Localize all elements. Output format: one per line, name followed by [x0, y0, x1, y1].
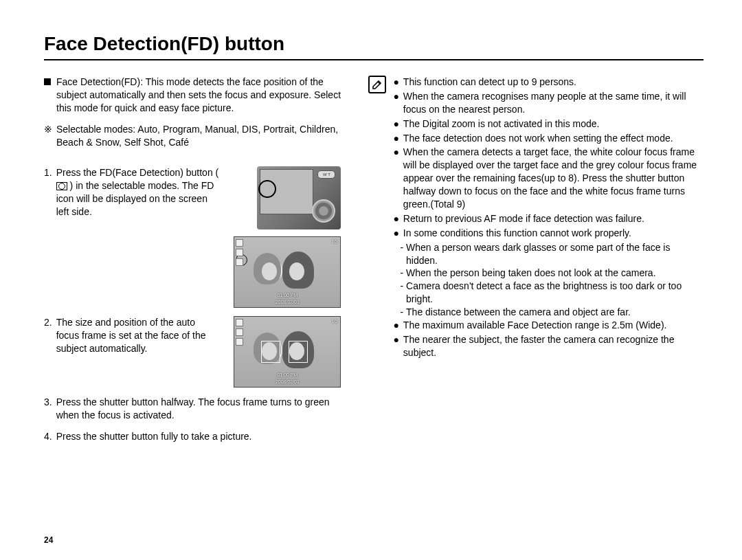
modes-label: Selectable modes: — [56, 124, 135, 135]
step-1b: ) in the selectable modes. The FD icon w… — [56, 180, 214, 217]
right-column: ●This function can detect up to 9 person… — [368, 76, 704, 451]
note-7: In some conditions this function cannot … — [403, 227, 631, 240]
step-1-text: 1. Press the FD(Face Detection) button (… — [44, 166, 220, 219]
step-3-body: Press the shutter button halfway. The fo… — [56, 396, 341, 422]
page-title: Face Detection(FD) button — [44, 33, 704, 60]
figure-lcd-fd-icon: 10 01:00 PM 2008/02/01 — [234, 236, 341, 308]
note-pencil-icon — [368, 76, 386, 93]
note-5: When the camera detects a target face, t… — [403, 146, 704, 210]
step-2-body: The size and position of the auto focus … — [56, 316, 221, 355]
note-list: ●This function can detect up to 9 person… — [393, 76, 704, 361]
zoom-rocker-icon: W T — [317, 170, 335, 179]
note-7a: When a person wears dark glasses or some… — [406, 241, 704, 267]
step-1-marker: 1. — [44, 166, 52, 219]
note-6: Return to previous AF mode if face detec… — [403, 212, 644, 225]
step-1a: Press the FD(Face Detection) button ( — [56, 167, 219, 178]
intro-label: Face Detection(FD): — [56, 76, 143, 87]
note-4: The face detection does not work when se… — [403, 132, 673, 145]
note-2: When the camera recognises many people a… — [403, 90, 704, 116]
face-detection-icon — [56, 182, 67, 190]
step-3-row: 3. Press the shutter button halfway. The… — [44, 396, 341, 422]
reference-mark-icon: ※ — [44, 123, 52, 149]
step-4-marker: 4. — [44, 430, 52, 443]
modes-text: Selectable modes: Auto, Program, Manual,… — [56, 123, 341, 149]
note-1: This function can detect up to 9 persons… — [403, 76, 576, 89]
step-4-body: Press the shutter button fully to take a… — [56, 430, 252, 443]
step-2-marker: 2. — [44, 316, 52, 355]
note-7b: When the person being taken does not loo… — [406, 267, 655, 280]
step-2-row: 2. The size and position of the auto foc… — [44, 316, 341, 388]
intro-text: Face Detection(FD): This mode detects th… — [56, 76, 341, 115]
note-8: The maximum available Face Detection ran… — [403, 319, 667, 332]
square-bullet-icon — [44, 78, 51, 85]
left-column: Face Detection(FD): This mode detects th… — [44, 76, 341, 451]
note-7c: Camera doesn't detect a face as the brig… — [406, 280, 704, 306]
step-1-row: 1. Press the FD(Face Detection) button (… — [44, 166, 341, 308]
note-7d: The distance between the camera and obje… — [406, 306, 631, 319]
intro-paragraph: Face Detection(FD): This mode detects th… — [44, 76, 341, 115]
note-9: The nearer the subject, the faster the c… — [403, 333, 704, 359]
figure-camera-back: W T — [257, 166, 341, 229]
figure-lcd-face-boxes: 10 01:00 PM 2008/02/01 — [234, 316, 341, 388]
step-3-marker: 3. — [44, 396, 52, 422]
page-number: 24 — [44, 535, 53, 545]
dpad-icon — [312, 199, 335, 223]
modes-paragraph: ※ Selectable modes: Auto, Program, Manua… — [44, 123, 341, 149]
step-2-text: 2. The size and position of the auto foc… — [44, 316, 220, 355]
step-4-row: 4. Press the shutter button fully to tak… — [44, 430, 341, 443]
note-3: The Digital zoom is not activated in thi… — [403, 117, 600, 131]
manual-page: Face Detection(FD) button Face Detection… — [0, 0, 742, 560]
